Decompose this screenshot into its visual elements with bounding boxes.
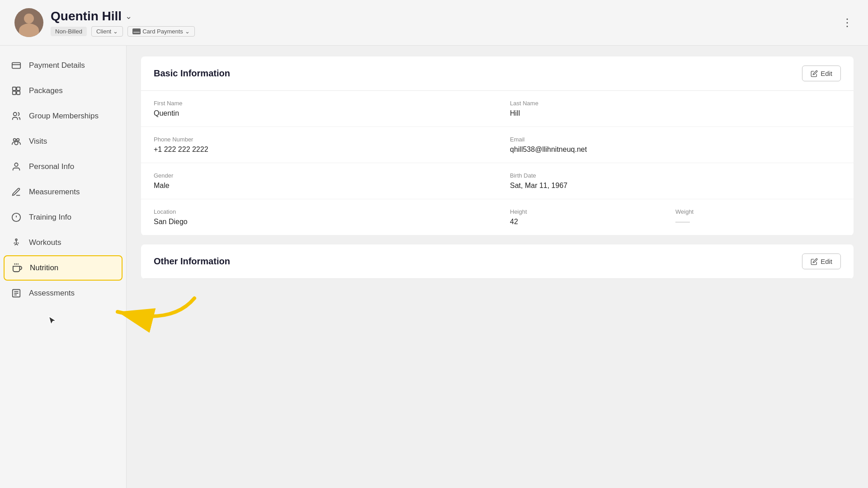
role-dropdown[interactable]: Client ⌄ [91, 26, 123, 37]
phone-cell: Phone Number +1 222 222 2222 [141, 127, 497, 163]
height-subcell: Height 42 [510, 208, 675, 226]
weight-subcell: Weight —— [675, 208, 841, 226]
svg-rect-5 [17, 91, 20, 94]
sidebar-item-measurements[interactable]: Measurements [0, 179, 126, 205]
svg-rect-4 [13, 91, 16, 94]
weight-label: Weight [675, 208, 841, 215]
sidebar-label-training-info: Training Info [29, 213, 71, 222]
other-info-header: Other Information Edit [141, 244, 854, 279]
svg-rect-2 [13, 87, 16, 90]
location-cell: Location San Diego [141, 199, 497, 235]
sidebar-label-workouts: Workouts [29, 238, 61, 247]
other-edit-icon [811, 258, 818, 265]
sidebar-item-nutrition[interactable]: Nutrition [4, 255, 123, 281]
sidebar-label-measurements: Measurements [29, 188, 80, 197]
other-info-edit-button[interactable]: Edit [802, 253, 841, 269]
last-name-label: Last Name [510, 100, 841, 107]
content-area: Basic Information Edit First Name Quenti… [127, 46, 868, 488]
svg-point-10 [14, 163, 18, 166]
location-label: Location [154, 208, 485, 215]
client-info: Quentin Hill ⌄ Non-Billed Client ⌄ Card … [51, 9, 195, 37]
basic-info-title: Basic Information [154, 68, 230, 79]
billing-status-tag: Non-Billed [51, 27, 87, 36]
payment-chevron-icon: ⌄ [185, 28, 190, 35]
birth-date-value: Sat, Mar 11, 1967 [510, 182, 841, 190]
birth-date-label: Birth Date [510, 172, 841, 179]
basic-info-edit-button[interactable]: Edit [802, 66, 841, 81]
last-name-value: Hill [510, 109, 841, 117]
basic-info-header: Basic Information Edit [141, 56, 854, 91]
height-value: 42 [510, 218, 675, 226]
client-tags: Non-Billed Client ⌄ Card Payments ⌄ [51, 26, 195, 37]
birth-date-cell: Birth Date Sat, Mar 11, 1967 [497, 163, 854, 199]
payment-method-label: Card Payments [142, 28, 183, 35]
sidebar: Payment Details Packages [0, 46, 127, 488]
other-info-card: Other Information Edit [141, 244, 854, 279]
card-icon [132, 28, 141, 34]
sidebar-label-payment-details: Payment Details [29, 61, 85, 70]
sidebar-label-personal-info: Personal Info [29, 162, 74, 171]
email-value: qhill538@llihnitneuq.net [510, 145, 841, 154]
group-memberships-icon [11, 111, 22, 122]
payment-details-icon [11, 60, 22, 71]
gender-label: Gender [154, 172, 485, 179]
sidebar-item-personal-info[interactable]: Personal Info [0, 154, 126, 179]
more-options-button[interactable]: ⋮ [842, 16, 854, 29]
height-label: Height [510, 208, 675, 215]
phone-label: Phone Number [154, 136, 485, 143]
other-info-edit-label: Edit [821, 258, 832, 265]
sidebar-label-assessments: Assessments [29, 289, 75, 298]
svg-point-8 [17, 139, 19, 141]
svg-rect-3 [17, 87, 20, 90]
sidebar-item-visits[interactable]: Visits [0, 129, 126, 154]
sidebar-label-visits: Visits [29, 137, 47, 146]
sidebar-item-training-info[interactable]: Training Info [0, 205, 126, 230]
basic-info-card: Basic Information Edit First Name Quenti… [141, 56, 854, 235]
client-name-dropdown[interactable]: ⌄ [125, 11, 132, 21]
svg-point-7 [14, 139, 16, 141]
last-name-cell: Last Name Hill [497, 91, 854, 127]
first-name-cell: First Name Quentin [141, 91, 497, 127]
svg-point-14 [15, 239, 17, 241]
first-name-value: Quentin [154, 109, 485, 117]
assessments-icon [11, 288, 22, 299]
edit-icon [811, 70, 818, 77]
client-name: Quentin Hill [51, 9, 122, 23]
main-content: Payment Details Packages [0, 46, 868, 488]
training-info-icon [11, 212, 22, 223]
svg-point-9 [14, 141, 18, 145]
basic-info-grid: First Name Quentin Last Name Hill Phone … [141, 91, 854, 235]
sidebar-label-packages: Packages [29, 86, 63, 95]
role-label: Client [96, 28, 111, 35]
email-cell: Email qhill538@llihnitneuq.net [497, 127, 854, 163]
top-bar: Quentin Hill ⌄ Non-Billed Client ⌄ Card … [0, 0, 868, 46]
nutrition-icon [12, 263, 23, 273]
workouts-icon [11, 237, 22, 248]
client-name-row: Quentin Hill ⌄ [51, 9, 195, 23]
sidebar-item-packages[interactable]: Packages [0, 78, 126, 103]
measurements-icon [11, 187, 22, 197]
email-label: Email [510, 136, 841, 143]
payment-method-dropdown[interactable]: Card Payments ⌄ [127, 26, 195, 37]
svg-point-6 [14, 113, 17, 116]
weight-value: —— [675, 218, 841, 226]
height-weight-cell: Height 42 Weight —— [497, 199, 854, 235]
sidebar-item-workouts[interactable]: Workouts [0, 230, 126, 255]
visits-icon [11, 136, 22, 147]
sidebar-item-group-memberships[interactable]: Group Memberships [0, 103, 126, 129]
personal-info-icon [11, 161, 22, 172]
phone-value: +1 222 222 2222 [154, 145, 485, 154]
gender-value: Male [154, 182, 485, 190]
role-chevron-icon: ⌄ [113, 28, 118, 35]
location-value: San Diego [154, 218, 485, 226]
svg-rect-0 [12, 63, 20, 69]
sidebar-label-group-memberships: Group Memberships [29, 112, 99, 121]
sidebar-item-payment-details[interactable]: Payment Details [0, 53, 126, 78]
packages-icon [11, 85, 22, 96]
sidebar-label-nutrition: Nutrition [30, 263, 58, 272]
gender-cell: Gender Male [141, 163, 497, 199]
avatar [14, 8, 43, 37]
first-name-label: First Name [154, 100, 485, 107]
other-info-title: Other Information [154, 256, 230, 267]
sidebar-item-assessments[interactable]: Assessments [0, 281, 126, 306]
